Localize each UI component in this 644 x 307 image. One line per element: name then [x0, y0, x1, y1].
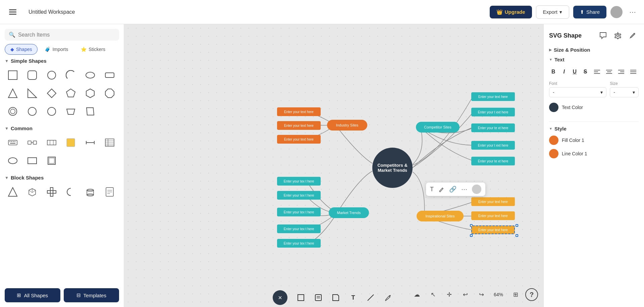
edit-icon[interactable]: [627, 30, 639, 42]
undo-btn[interactable]: ↩: [459, 288, 472, 301]
export-button[interactable]: Export ▾: [536, 5, 569, 19]
shape-arc[interactable]: [63, 67, 79, 83]
leaf-market-1[interactable]: Enter your tex t here: [277, 177, 321, 186]
leaf-competitor-2[interactable]: Enter your t ext here: [471, 108, 515, 116]
shape-circle-3[interactable]: [24, 103, 40, 119]
note-tool-btn[interactable]: [312, 291, 325, 304]
shape-right-triangle[interactable]: [24, 85, 40, 101]
leaf-inspirational-1[interactable]: Enter your text here: [471, 197, 515, 206]
search-input[interactable]: [18, 32, 115, 38]
competitor-sites-node[interactable]: Competitor Sites: [416, 122, 460, 133]
tab-shapes[interactable]: ◆ Shapes: [5, 44, 38, 55]
toolbar-text-btn[interactable]: T: [430, 186, 434, 193]
toolbar-link-btn[interactable]: 🔗: [449, 186, 457, 193]
size-position-section[interactable]: ▶ Size & Position: [549, 47, 639, 53]
underline-button[interactable]: U: [571, 66, 579, 77]
redo-btn[interactable]: ↪: [475, 288, 488, 301]
justify-button[interactable]: [628, 66, 639, 77]
shape-rect-3[interactable]: [24, 153, 40, 169]
upgrade-button[interactable]: 👑 Upgrade: [490, 6, 532, 18]
shape-frame[interactable]: [44, 153, 60, 169]
shape-block-document[interactable]: [102, 184, 118, 200]
toolbar-pen-btn[interactable]: [438, 186, 444, 192]
selection-handle-bl[interactable]: [470, 234, 473, 237]
leaf-inspirational-3-selected[interactable]: Enter your text here: [471, 225, 515, 234]
shape-table[interactable]: [102, 135, 118, 151]
size-selector[interactable]: - ▾: [610, 87, 639, 97]
leaf-competitor-3[interactable]: Enter your te xt here: [471, 123, 515, 132]
shape-rounded-rect[interactable]: [24, 67, 40, 83]
selection-handle-tr[interactable]: [516, 224, 518, 227]
shape-sticky[interactable]: [63, 135, 79, 151]
canvas-area[interactable]: Competitors & Market Trends Industry Sit…: [124, 24, 543, 307]
close-button[interactable]: ×: [273, 290, 287, 305]
more-options-button[interactable]: ⋯: [627, 6, 639, 18]
shape-block-cube[interactable]: [24, 184, 40, 200]
avatar[interactable]: [610, 6, 623, 18]
shape-circle-4[interactable]: [44, 103, 60, 119]
search-input-wrap[interactable]: 🔍: [5, 29, 119, 41]
shape-connector[interactable]: [24, 135, 40, 151]
common-header[interactable]: ▼ Common: [5, 125, 119, 131]
shape-pentagon[interactable]: [63, 85, 79, 101]
rect-tool-btn[interactable]: [294, 291, 308, 304]
align-right-button[interactable]: [616, 66, 627, 77]
all-shapes-button[interactable]: ⊞ All Shapes: [5, 288, 60, 302]
shape-block-cylinder[interactable]: [82, 184, 98, 200]
shape-octagon[interactable]: [102, 85, 118, 101]
shape-rounded-rect-2[interactable]: [102, 67, 118, 83]
text-color-swatch[interactable]: [549, 103, 558, 112]
italic-button[interactable]: I: [560, 66, 569, 77]
grid-btn[interactable]: ⊞: [509, 288, 522, 301]
pen-tool-btn[interactable]: [381, 291, 395, 304]
leaf-competitor-5[interactable]: Enter your te xt here: [471, 157, 515, 165]
align-center-button[interactable]: [604, 66, 614, 77]
leaf-industry-3[interactable]: Enter your text here: [277, 135, 321, 144]
leaf-market-4[interactable]: Enter your tex t here: [277, 224, 321, 233]
leaf-market-2[interactable]: Enter your tex t here: [277, 191, 321, 200]
shape-block-crescent[interactable]: [63, 184, 79, 200]
font-selector[interactable]: - ▾: [549, 87, 606, 97]
inspirational-sites-node[interactable]: Inspirational Sites: [417, 211, 464, 221]
center-node[interactable]: Competitors & Market Trends: [372, 148, 413, 188]
leaf-competitor-4[interactable]: Enter your t ext here: [471, 141, 515, 150]
shape-oval[interactable]: [5, 153, 21, 169]
toolbar-more-btn[interactable]: ⋯: [461, 186, 467, 193]
shape-circle-2[interactable]: [5, 103, 21, 119]
shape-ellipse[interactable]: [82, 67, 98, 83]
select-btn[interactable]: ↖: [427, 288, 439, 301]
line-color-swatch[interactable]: [549, 149, 558, 158]
shape-block-triangle[interactable]: [5, 184, 21, 200]
simple-shapes-header[interactable]: ▼ Simple Shapes: [5, 58, 119, 64]
shape-parallelogram[interactable]: [82, 103, 98, 119]
share-button[interactable]: ⬆ Share: [573, 6, 606, 18]
align-left-button[interactable]: [592, 66, 602, 77]
cloud-save-btn[interactable]: ☁: [411, 288, 423, 301]
shape-keyboard[interactable]: [5, 135, 21, 151]
leaf-market-5[interactable]: Enter your tex t here: [277, 239, 321, 248]
toolbar-color-dot[interactable]: [472, 185, 481, 194]
sticky-tool-btn[interactable]: [329, 291, 342, 304]
shape-circle[interactable]: [44, 67, 60, 83]
leaf-market-3[interactable]: Enter your tex t here: [277, 208, 321, 216]
text-tool-btn[interactable]: T: [346, 291, 360, 304]
market-trends-node[interactable]: Market Trends: [329, 207, 369, 218]
tab-stickers[interactable]: ⭐ Stickers: [75, 44, 111, 55]
settings-icon[interactable]: [612, 30, 624, 42]
selection-handle-br[interactable]: [516, 234, 518, 237]
leaf-industry-2[interactable]: Enter your text here: [277, 121, 321, 130]
text-section-header[interactable]: ▼ Text: [549, 57, 639, 62]
shape-trapezoid[interactable]: [63, 103, 79, 119]
leaf-inspirational-2[interactable]: Enter your text here: [471, 211, 515, 220]
strikethrough-button[interactable]: S: [581, 66, 590, 77]
style-section-header[interactable]: ▼ Style: [549, 126, 639, 132]
chat-icon[interactable]: [597, 30, 609, 42]
leaf-competitor-1[interactable]: Enter your text here: [471, 92, 515, 101]
leaf-industry-1[interactable]: Enter your text here: [277, 107, 321, 116]
move-btn[interactable]: ✛: [443, 288, 455, 301]
workspace-title[interactable]: Untitled Workspace: [24, 7, 91, 17]
fill-color-swatch[interactable]: [549, 136, 558, 145]
shape-triangle[interactable]: [5, 85, 21, 101]
shape-table-row[interactable]: [44, 135, 60, 151]
shape-diamond[interactable]: [44, 85, 60, 101]
